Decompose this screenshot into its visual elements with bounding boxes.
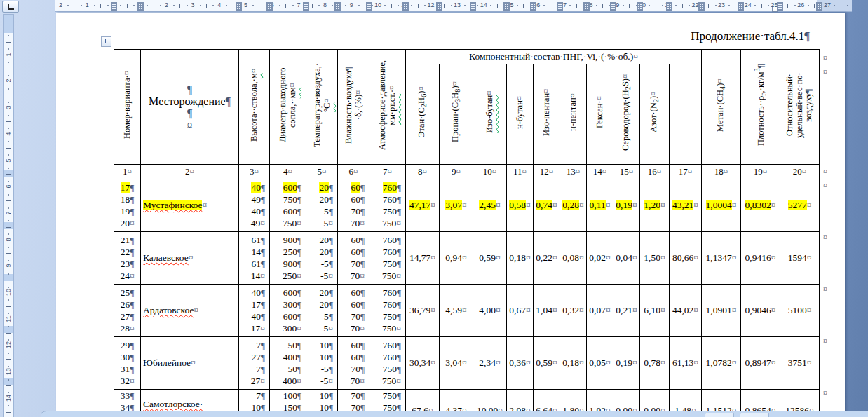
table-column-marker[interactable] [436, 2, 442, 11]
horizontal-ruler[interactable]: 2112345678910111213141516171819202122232… [0, 0, 868, 12]
column-number-cell[interactable]: 11¤ [507, 165, 534, 179]
table-column-marker[interactable] [236, 2, 242, 11]
component-value-cell[interactable]: 0,07¤ [587, 285, 613, 337]
density-cell[interactable]: 1,0782¤ [702, 337, 741, 390]
heights-cell[interactable]: 40¶17¶40¶17¤ [239, 285, 270, 337]
table-column-marker[interactable] [402, 2, 409, 11]
heights-cell[interactable]: 7¶27¶7¶27¤ [239, 337, 270, 390]
diameters-cell[interactable]: 900¶250¶900¶250¤ [270, 232, 306, 285]
relative-weight-cell[interactable]: 0,8947¤ [741, 337, 780, 390]
column-number-cell[interactable]: 5¤ [306, 165, 338, 179]
header-cell-col13[interactable]: Изо-пентан¤ [534, 64, 560, 165]
heating-value-cell[interactable]: 5277¤ [780, 179, 820, 232]
relative-weight-cell[interactable]: 0,8302¤ [741, 179, 780, 232]
relative-weight-cell[interactable]: 0,9046¤ [741, 285, 780, 337]
component-value-cell[interactable]: 47,17¤ [406, 179, 440, 232]
column-number-cell[interactable]: 14¤ [587, 165, 613, 179]
column-number-cell[interactable]: 15¤ [613, 165, 640, 179]
humidities-cell[interactable]: 60¶60¶70¶70¤ [338, 232, 369, 285]
component-value-cell[interactable]: 61,13¤ [670, 337, 702, 390]
component-value-cell[interactable]: 44,02¤ [670, 285, 702, 337]
component-group-header[interactable]: Компонентный·состав·ПНГ,·Vi,·(·%·об.)¤ [406, 50, 702, 64]
component-value-cell[interactable]: 0,18¤ [560, 337, 587, 390]
component-value-cell[interactable]: 80,66¤ [670, 232, 702, 285]
table-column-marker[interactable] [557, 2, 563, 11]
table-column-marker[interactable] [470, 2, 476, 11]
component-value-cell[interactable]: 0,04¤ [613, 232, 640, 285]
header-cell-col7[interactable]: Атмосферное·давление,мм·рт.ст.·¤ [369, 50, 406, 165]
temps-cell[interactable]: 20¶20¶-5¶-5¤ [306, 179, 338, 232]
component-value-cell[interactable]: 0,08¤ [560, 232, 587, 285]
header-cell-col16[interactable]: Сероводород·(H2S)¤ [613, 64, 640, 165]
component-value-cell[interactable]: 14,77¤ [406, 232, 440, 285]
table-column-marker[interactable] [266, 2, 273, 11]
diameters-cell[interactable]: 50¶400¶50¶400¤ [270, 337, 306, 390]
heating-value-cell[interactable]: 3751¤ [780, 337, 820, 390]
component-value-cell[interactable]: 0,78¤ [640, 337, 670, 390]
component-value-cell[interactable]: 36,79¤ [406, 285, 440, 337]
variant-numbers-cell[interactable]: 25¶26¶27¶28¤ [114, 285, 141, 337]
header-cell-col10[interactable]: Пропан·(C3H8)¤ [440, 64, 473, 165]
bottom-bar-control[interactable] [740, 413, 769, 417]
component-value-cell[interactable]: 0,02¤ [587, 232, 613, 285]
column-number-cell[interactable]: 18¤ [702, 165, 741, 179]
column-number-cell[interactable]: 3¤ [239, 165, 270, 179]
component-value-cell[interactable]: 3,04¤ [440, 337, 473, 390]
data-table[interactable]: Номер·варианта·¤¶Месторождение¶¶¤Высота·… [114, 49, 820, 417]
table-column-marker[interactable] [366, 2, 372, 11]
column-number-cell[interactable]: 16¤ [640, 165, 670, 179]
header-cell-col6[interactable]: Влажность·воздуха¶·δ,·(%)¤ [338, 50, 369, 165]
component-value-cell[interactable]: 0,59¤ [473, 232, 507, 285]
component-value-cell[interactable]: 0,05¤ [587, 337, 613, 390]
component-value-cell[interactable]: 4,59¤ [440, 285, 473, 337]
humidities-cell[interactable]: 60¶60¶70¶70¤ [338, 337, 369, 390]
component-value-cell[interactable]: 0,21¤ [613, 285, 640, 337]
table-column-marker[interactable] [583, 2, 590, 11]
density-cell[interactable]: 1,0004¤ [702, 179, 741, 232]
component-value-cell[interactable]: 1,50¤ [640, 232, 670, 285]
table-column-marker[interactable] [137, 2, 144, 11]
field-name-cell[interactable]: Ардатовское¤ [141, 285, 239, 337]
header-cell-col17[interactable]: Азот·(N2)¤ [640, 64, 670, 165]
column-number-cell[interactable]: 12¤ [534, 165, 560, 179]
component-value-cell[interactable]: 0,32¤ [560, 285, 587, 337]
density-cell[interactable]: 1,1347¤ [702, 232, 741, 285]
density-cell[interactable]: 1,0901¤ [702, 285, 741, 337]
heights-cell[interactable]: 61¶14¶61¶14¤ [239, 232, 270, 285]
page-title[interactable]: Продолжение·табл.4.1¶ [691, 29, 810, 43]
header-cell-col5[interactable]: Температура·воздуха,·°С¤ [306, 50, 338, 165]
column-number-cell[interactable]: 10¤ [473, 165, 507, 179]
variant-numbers-cell[interactable]: 21¶22¶23¶24¤ [114, 232, 141, 285]
component-value-cell[interactable]: 1,04¤ [534, 285, 560, 337]
header-cell-col1[interactable]: Номер·варианта·¤ [114, 50, 141, 165]
header-cell-col19[interactable]: Относительный·удельный·вес·по·воздуху¶ [780, 50, 820, 165]
table-column-marker[interactable] [816, 2, 822, 11]
tab-stop-selector[interactable] [2, 1, 19, 13]
component-value-cell[interactable]: 0,74¤ [534, 179, 560, 232]
pressures-cell[interactable]: 760¶760¶750¶750¤ [369, 232, 406, 285]
field-name-cell[interactable]: Юбилейное¤ [141, 337, 239, 390]
vertical-ruler[interactable]: 1234567891011121314 [3, 14, 14, 417]
column-number-cell[interactable]: 8¤ [406, 165, 440, 179]
heights-cell[interactable]: 40¶49¶40¶49¤ [239, 179, 270, 232]
table-column-marker[interactable] [610, 2, 616, 11]
component-value-cell[interactable]: 0,67¤ [507, 285, 534, 337]
component-value-cell[interactable]: 6,10¤ [640, 285, 670, 337]
component-value-cell[interactable]: 2,45¤ [473, 179, 507, 232]
component-value-cell[interactable]: 0,59¤ [534, 337, 560, 390]
component-value-cell[interactable]: 3,07¤ [440, 179, 473, 232]
bottom-bar[interactable] [41, 411, 868, 417]
pressures-cell[interactable]: 760¶760¶750¶750¤ [369, 179, 406, 232]
component-value-cell[interactable]: 30,34¤ [406, 337, 440, 390]
table-move-handle[interactable] [101, 36, 111, 47]
column-number-cell[interactable]: 19¤ [741, 165, 780, 179]
table-column-marker[interactable] [503, 2, 510, 11]
header-cell-col3[interactable]: Высота··ствола,·м¤ [239, 50, 270, 165]
diameters-cell[interactable]: 600¶300¶600¶300¤ [270, 285, 306, 337]
variant-numbers-cell[interactable]: 29¶30¶31¶32¤ [114, 337, 141, 390]
component-value-cell[interactable]: 1,20¤ [640, 179, 670, 232]
header-cell-col18[interactable]: Плотность··ρг,·кг/м3¶ [741, 50, 780, 165]
component-value-cell[interactable]: 0,19¤ [613, 337, 640, 390]
component-value-cell[interactable]: 0,19¤ [613, 179, 640, 232]
component-value-cell[interactable]: 0,22¤ [534, 232, 560, 285]
